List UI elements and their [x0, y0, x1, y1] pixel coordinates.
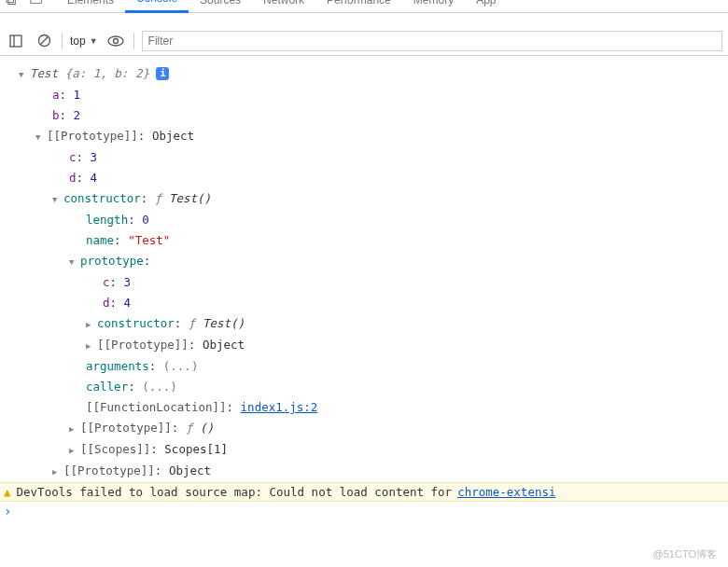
expand-icon[interactable] [86, 313, 97, 335]
expand-icon[interactable] [69, 439, 80, 461]
tab-memory[interactable]: Memory [402, 0, 465, 12]
prototype[interactable]: [[Prototype]]: Object [19, 126, 724, 147]
console-toolbar: top▼ [0, 26, 728, 56]
warning-icon: ▲ [4, 485, 11, 499]
context-label: top [70, 35, 86, 48]
scopes[interactable]: [[Scopes]]: Scopes[1] [19, 439, 724, 461]
tab-elements[interactable]: Elements [56, 0, 125, 12]
clear-console-icon[interactable] [34, 31, 54, 51]
expand-icon[interactable] [52, 188, 63, 210]
prop-d[interactable]: d: 4 [19, 168, 724, 188]
prop-length[interactable]: length: 0 [19, 210, 724, 230]
context-selector[interactable]: top▼ [70, 35, 98, 48]
tab-sources[interactable]: Sources [189, 0, 252, 12]
expand-icon[interactable] [69, 251, 80, 272]
object-header[interactable]: Test {a: 1, b: 2} i [19, 63, 724, 85]
info-icon[interactable]: i [156, 67, 169, 80]
proto-constructor[interactable]: constructor: ƒ Test() [19, 313, 724, 335]
svg-rect-0 [10, 35, 21, 47]
tab-bar: ⧉ ▭ Elements Console Sources Network Per… [0, 0, 728, 13]
expand-icon[interactable] [35, 126, 47, 147]
expand-icon[interactable] [19, 63, 30, 85]
caller[interactable]: caller: (...) [19, 377, 724, 397]
prop-b[interactable]: b: 2 [19, 105, 724, 126]
warning-row: ▲ DevTools failed to load source map: Co… [0, 482, 728, 502]
svg-point-5 [113, 38, 118, 43]
expand-icon[interactable] [52, 461, 63, 482]
tab-network[interactable]: Network [252, 0, 315, 12]
source-link[interactable]: index1.js:2 [241, 400, 318, 414]
expand-icon[interactable] [69, 418, 80, 439]
separator [62, 33, 63, 49]
warning-text: DevTools failed to load source map: Coul… [17, 485, 453, 499]
separator [133, 33, 134, 49]
prop-name[interactable]: name: "Test" [19, 230, 724, 251]
console-output: Test {a: 1, b: 2} i a: 1 b: 2 [[Prototyp… [0, 56, 728, 482]
proto-c[interactable]: c: 3 [19, 272, 724, 293]
svg-point-4 [108, 36, 123, 46]
prop-c[interactable]: c: 3 [19, 147, 724, 168]
tab-console[interactable]: Console [125, 0, 189, 13]
live-expression-icon[interactable] [105, 31, 126, 51]
chevron-down-icon: ▼ [90, 36, 98, 46]
tab-app[interactable]: App [465, 0, 507, 12]
sidebar-toggle-icon[interactable] [6, 31, 26, 51]
device-icon[interactable]: ▭ [29, 0, 43, 8]
prototype-key[interactable]: prototype: [19, 251, 724, 272]
filter-input[interactable] [142, 31, 722, 51]
inspect-icon[interactable]: ⧉ [6, 0, 16, 8]
prop-a[interactable]: a: 1 [19, 85, 724, 105]
warning-link[interactable]: chrome-extensi [457, 485, 555, 499]
prototype-last[interactable]: [[Prototype]]: Object [19, 461, 724, 482]
func-prototype[interactable]: [[Prototype]]: ƒ () [19, 418, 724, 439]
function-location[interactable]: [[FunctionLocation]]: index1.js:2 [19, 397, 724, 418]
expand-icon[interactable] [86, 335, 97, 356]
svg-line-3 [40, 37, 48, 45]
proto-d[interactable]: d: 4 [19, 293, 724, 313]
tab-performance[interactable]: Performance [315, 0, 402, 12]
proto-prototype[interactable]: [[Prototype]]: Object [19, 335, 724, 356]
console-prompt[interactable]: › [0, 502, 728, 524]
filter-wrap [142, 31, 722, 51]
arguments[interactable]: arguments: (...) [19, 356, 724, 377]
constructor[interactable]: constructor: ƒ Test() [19, 188, 724, 210]
